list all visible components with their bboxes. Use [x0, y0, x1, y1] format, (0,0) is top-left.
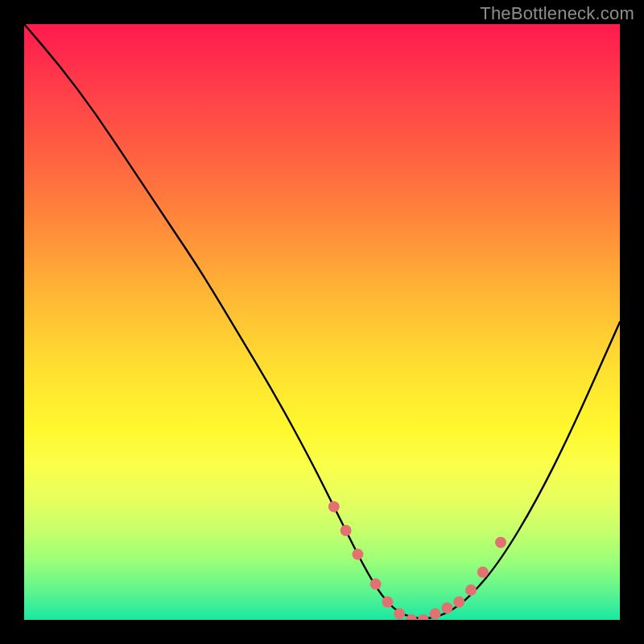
marker-dot	[370, 579, 382, 590]
plot-area	[24, 24, 620, 620]
marker-dot	[477, 567, 489, 578]
marker-dot	[441, 602, 452, 613]
bottleneck-curve	[24, 24, 620, 618]
marker-dot	[382, 597, 393, 608]
marker-dot	[418, 614, 429, 620]
marker-dot	[453, 597, 464, 608]
marker-dot	[394, 609, 405, 620]
marker-dot	[341, 525, 352, 536]
marker-dot	[465, 584, 477, 596]
marker-dot	[352, 549, 363, 560]
watermark-text: TheBottleneck.com	[480, 3, 634, 24]
marker-dot	[328, 501, 340, 512]
marker-dot	[430, 609, 441, 620]
curve-svg	[24, 24, 620, 620]
highlighted-points	[328, 501, 506, 620]
chart-frame: TheBottleneck.com	[0, 0, 644, 644]
marker-dot	[495, 537, 506, 548]
